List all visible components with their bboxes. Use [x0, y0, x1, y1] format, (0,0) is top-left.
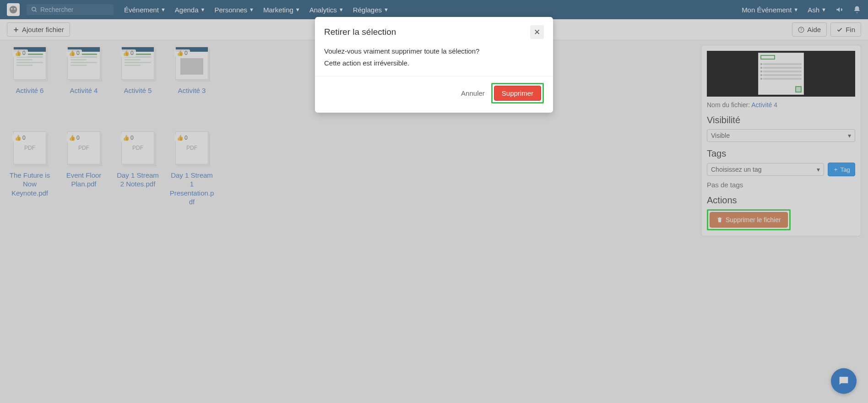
modal-close-button[interactable]: ✕: [530, 25, 544, 39]
modal-title: Retirer la sélection: [324, 27, 530, 37]
modal-line-2: Cette action est irréversible.: [324, 57, 544, 69]
confirm-highlight: Supprimer: [491, 83, 544, 103]
close-icon: ✕: [534, 27, 540, 37]
modal-cancel-button[interactable]: Annuler: [461, 89, 485, 97]
modal-confirm-button[interactable]: Supprimer: [494, 86, 541, 101]
modal-line-1: Voulez-vous vraiment supprimer toute la …: [324, 45, 544, 57]
modal-body: Voulez-vous vraiment supprimer toute la …: [315, 44, 553, 76]
confirm-modal: Retirer la sélection ✕ Voulez-vous vraim…: [315, 17, 553, 113]
